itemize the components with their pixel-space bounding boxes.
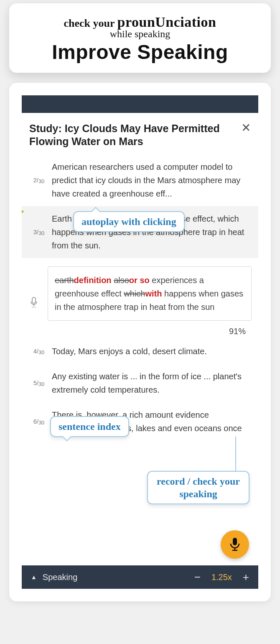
promo-line-1: check your prounUnciation (18, 14, 262, 30)
speed-controls: − 1.25x + (194, 572, 249, 583)
promo-line-2: while speaking (18, 28, 262, 40)
sentence-text: Any existing water is ... in the form of… (52, 370, 254, 396)
sentence-index: 4/30 (26, 348, 52, 355)
bottom-bar: ▲ Speaking − 1.25x + (22, 565, 258, 589)
accuracy-score: 91% (22, 322, 258, 339)
speed-decrease-button[interactable]: − (194, 572, 201, 583)
sentence-text: Today, Mars enjoys a cold, desert climat… (52, 345, 254, 358)
promo-text-a: check your (64, 17, 115, 29)
sentence-index: 6/30 (26, 418, 52, 425)
correction-text: with (145, 289, 162, 298)
callout-autoplay: autoplay with clicking (73, 211, 185, 232)
sentence-row[interactable]: 4/30 Today, Mars enjoys a cold, desert c… (22, 339, 258, 364)
article-title: Study: Icy Clouds May Have Permitted Flo… (29, 122, 251, 148)
svg-rect-3 (233, 538, 237, 545)
callout-text: autoplay with clicking (81, 216, 176, 227)
sentence-index: 2/30 (26, 176, 52, 184)
speed-value: 1.25x (211, 572, 232, 582)
sentence-index: 5/30 (26, 379, 52, 386)
speed-increase-button[interactable]: + (243, 572, 249, 583)
callout-text: record / check your speaking (157, 476, 240, 499)
sentence-index: 3/30 (26, 228, 52, 235)
close-icon[interactable]: ✕ (241, 122, 251, 134)
correction-text: or so (129, 276, 150, 285)
speaking-result-box: earthdefinition alsoor so experiences a … (48, 266, 252, 321)
strike-text: which (124, 289, 145, 298)
promo-text-pron: prounUnciation (117, 14, 216, 30)
app-card: Study: Icy Clouds May Have Permitted Flo… (9, 83, 271, 601)
app-inner: Study: Icy Clouds May Have Permitted Flo… (22, 95, 258, 589)
mic-icon (229, 537, 241, 552)
sentence-row[interactable]: 2/30 American researchers used a compute… (22, 154, 258, 206)
mode-label[interactable]: Speaking (43, 572, 194, 582)
callout-sentence-index: sentence index (50, 416, 129, 437)
promo-line-3: Improve Speaking (18, 41, 262, 64)
top-dark-strip (22, 95, 258, 113)
callout-record: record / check your speaking (147, 471, 249, 504)
strike-text: also (114, 276, 129, 285)
callout-text: sentence index (59, 421, 121, 432)
correction-text: definition (74, 276, 112, 285)
svg-rect-0 (32, 297, 36, 303)
article-header: Study: Icy Clouds May Have Permitted Flo… (22, 113, 258, 154)
sentence-row[interactable]: 5/30 Any existing water is ... in the fo… (22, 364, 258, 402)
record-button[interactable] (221, 530, 249, 559)
strike-text: earth (55, 276, 74, 285)
caret-up-icon[interactable]: ▲ (31, 574, 37, 580)
promo-card: check your prounUnciation while speaking… (9, 3, 271, 73)
mic-small-icon (30, 297, 38, 312)
sentence-text: American researchers used a computer mod… (52, 160, 254, 200)
